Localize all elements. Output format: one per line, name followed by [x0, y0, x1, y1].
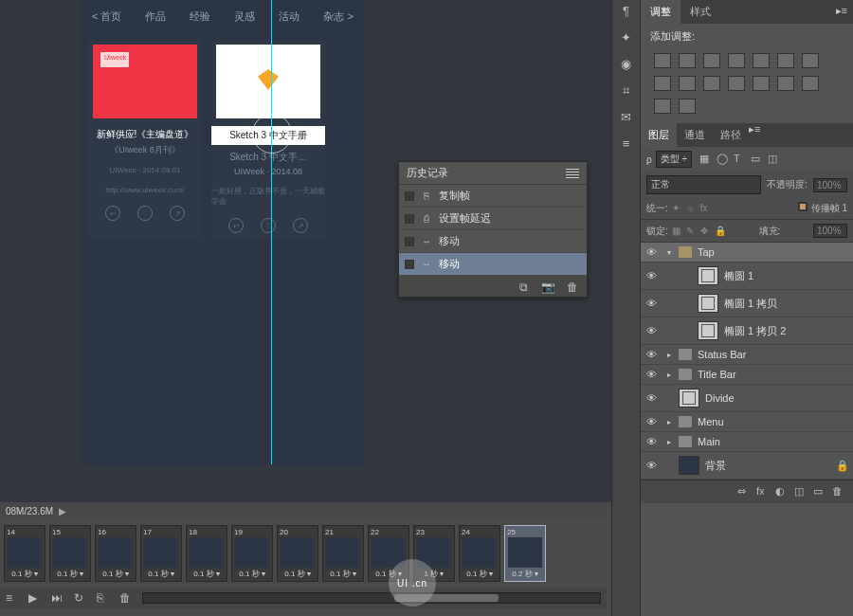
adjustment-preset-icon[interactable]	[728, 76, 745, 91]
disclosure-icon[interactable]: ▸	[665, 438, 673, 446]
visibility-icon[interactable]: 👁	[646, 349, 660, 360]
history-tab[interactable]: 历史记录	[399, 162, 587, 185]
tl-next-icon[interactable]: ⏭	[51, 591, 66, 605]
visibility-icon[interactable]: 👁	[646, 298, 660, 309]
lock-pixels-icon[interactable]: ▦	[672, 226, 683, 237]
history-snapshot-icon[interactable]: 📷	[541, 281, 554, 292]
history-step[interactable]: ↔移动	[399, 253, 587, 276]
lock-icon[interactable]: 🔒	[836, 460, 847, 472]
adjustment-preset-icon[interactable]	[679, 76, 696, 91]
disclosure-icon[interactable]: ▾	[665, 248, 673, 257]
adjustment-preset-icon[interactable]	[679, 53, 696, 68]
panel-menu-icon[interactable]: ▸≡	[830, 0, 853, 24]
dock-icon[interactable]: ✉	[618, 110, 635, 127]
history-checkbox[interactable]	[405, 214, 414, 224]
filter-kind-select[interactable]: 类型 ÷	[656, 151, 692, 168]
layer-row[interactable]: 👁椭圆 1 拷贝 2	[641, 317, 853, 345]
visibility-icon[interactable]: 👁	[646, 325, 660, 336]
dock-icon[interactable]: ◉	[618, 57, 635, 74]
filter-text-icon[interactable]: T	[734, 153, 747, 166]
frame-delay[interactable]: 0.1 秒 ▾	[57, 569, 83, 579]
frame-delay[interactable]: 0.1 秒 ▾	[466, 569, 493, 579]
timeline-frame[interactable]: 160.1 秒 ▾	[95, 525, 136, 582]
layer-row[interactable]: 👁▾Tap	[641, 243, 853, 263]
frame-delay[interactable]: 0.1 秒 ▾	[330, 569, 356, 579]
frame-delay[interactable]: 0.1 秒 ▾	[193, 569, 220, 579]
visibility-icon[interactable]: 👁	[646, 369, 660, 380]
status-menu-icon[interactable]: ▶	[59, 506, 66, 516]
visibility-icon[interactable]: 👁	[646, 416, 660, 427]
fx-icon[interactable]: fx	[756, 485, 770, 498]
link-layers-icon[interactable]: ⇔	[737, 485, 751, 498]
lock-all-icon[interactable]: 🔒	[715, 226, 726, 237]
tab-paths[interactable]: 路径	[713, 123, 749, 147]
timeline-frame[interactable]: 140.1 秒 ▾	[4, 525, 45, 582]
propagate-checkbox[interactable]	[798, 202, 808, 211]
timeline-frame[interactable]: 190.1 秒 ▾	[231, 525, 273, 582]
visibility-icon[interactable]: 👁	[646, 460, 660, 471]
tl-loop-icon[interactable]: ↻	[74, 591, 89, 605]
visibility-icon[interactable]: 👁	[646, 392, 660, 404]
tab-layers[interactable]: 图层	[641, 123, 677, 147]
blend-mode-select[interactable]: 正常	[646, 175, 761, 194]
frame-delay[interactable]: 0.1 秒 ▾	[102, 569, 129, 579]
unify-style-icon[interactable]: fx	[700, 203, 712, 214]
timeline-frame[interactable]: 200.1 秒 ▾	[277, 525, 318, 582]
frame-delay[interactable]: 0.2 秒 ▾	[512, 569, 538, 579]
layer-row[interactable]: 👁Divide	[641, 385, 853, 412]
history-new-icon[interactable]: ⧉	[517, 281, 530, 292]
filter-smart-icon[interactable]: ◫	[768, 153, 781, 166]
history-step[interactable]: ⎘复制帧	[399, 185, 587, 208]
visibility-icon[interactable]: 👁	[646, 246, 660, 258]
adjustment-preset-icon[interactable]	[753, 76, 770, 91]
layer-row[interactable]: 👁▸Title Bar	[641, 365, 853, 385]
opacity-value[interactable]: 100%	[813, 178, 847, 192]
timeline-playhead[interactable]	[271, 0, 272, 464]
adjustment-preset-icon[interactable]	[654, 53, 671, 68]
history-step[interactable]: ↔移动	[399, 230, 587, 253]
panel-menu-icon[interactable]: ▸≡	[749, 123, 760, 147]
tl-play-icon[interactable]: ▶	[28, 591, 44, 605]
adjust-layer-icon[interactable]: ◫	[794, 485, 808, 498]
mask-icon[interactable]: ◐	[775, 485, 789, 498]
panel-menu-icon[interactable]	[566, 169, 579, 178]
history-checkbox[interactable]	[405, 260, 414, 269]
fill-value[interactable]: 100%	[813, 224, 847, 238]
adjustment-preset-icon[interactable]	[802, 76, 819, 91]
adjustment-preset-icon[interactable]	[679, 99, 696, 114]
tl-trash-icon[interactable]: 🗑	[119, 591, 135, 605]
layer-row[interactable]: 👁椭圆 1 拷贝	[641, 290, 853, 317]
adjustment-preset-icon[interactable]	[777, 53, 794, 68]
timeline-frame[interactable]: 250.2 秒 ▾	[504, 525, 546, 582]
disclosure-icon[interactable]: ▸	[665, 351, 673, 359]
adjustment-preset-icon[interactable]	[802, 53, 819, 68]
tab-styles[interactable]: 样式	[681, 0, 720, 24]
frame-delay[interactable]: 0.1 秒 ▾	[148, 569, 174, 579]
timeline-frame[interactable]: 180.1 秒 ▾	[186, 525, 227, 582]
filter-adjust-icon[interactable]: ◯	[717, 153, 730, 166]
adjustment-preset-icon[interactable]	[753, 53, 770, 68]
new-layer-icon[interactable]: ▭	[813, 485, 826, 498]
tl-dup-icon[interactable]: ⎘	[97, 591, 112, 605]
lock-move-icon[interactable]: ✥	[700, 226, 712, 237]
disclosure-icon[interactable]: ▸	[665, 371, 673, 379]
history-checkbox[interactable]	[405, 237, 414, 246]
frame-delay[interactable]: 0.1 秒 ▾	[284, 569, 311, 579]
tab-adjust[interactable]: 调整	[641, 0, 681, 24]
layer-row[interactable]: 👁背景🔒	[641, 452, 853, 480]
dock-icon[interactable]: ¶	[618, 4, 635, 21]
tab-channels[interactable]: 通道	[677, 123, 713, 147]
timeline-scrollbar[interactable]	[142, 592, 601, 604]
trash-icon[interactable]: 🗑	[832, 485, 845, 498]
unify-position-icon[interactable]: ✦	[672, 203, 683, 214]
disclosure-icon[interactable]: ▸	[665, 418, 673, 426]
visibility-icon[interactable]: 👁	[646, 436, 660, 447]
adjustment-preset-icon[interactable]	[654, 76, 671, 91]
history-checkbox[interactable]	[405, 191, 414, 201]
adjustment-preset-icon[interactable]	[777, 76, 794, 91]
filter-shape-icon[interactable]: ▭	[751, 153, 764, 166]
frame-delay[interactable]: 0.1 秒 ▾	[11, 569, 38, 579]
history-trash-icon[interactable]: 🗑	[566, 281, 579, 292]
timeline-frame[interactable]: 210.1 秒 ▾	[322, 525, 364, 582]
timeline-frame[interactable]: 170.1 秒 ▾	[140, 525, 182, 582]
